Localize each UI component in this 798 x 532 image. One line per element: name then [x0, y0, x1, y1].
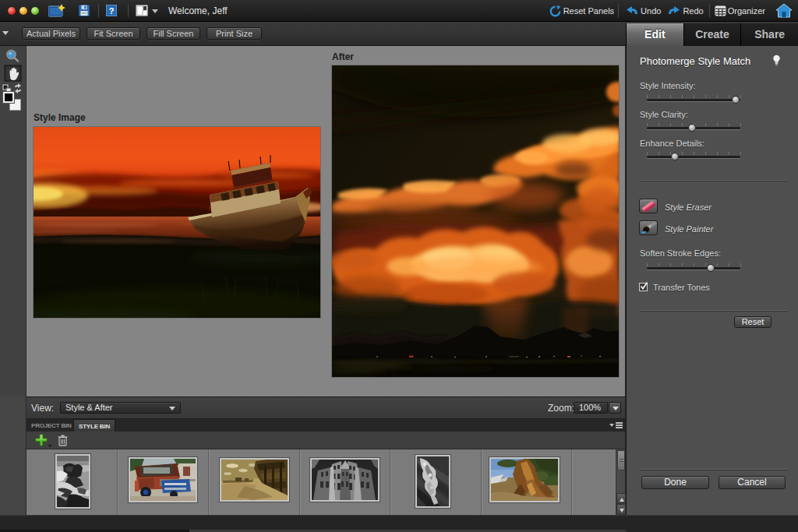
- svg-text:?: ?: [109, 6, 115, 16]
